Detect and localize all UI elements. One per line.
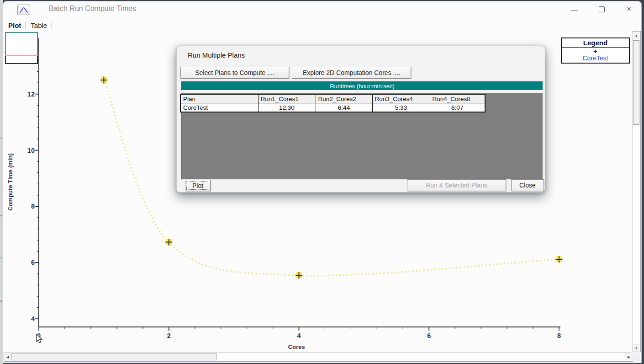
- minimize-button[interactable]: —: [566, 2, 582, 16]
- overview-lower-pane: [5, 56, 38, 64]
- tab-separator: [26, 21, 26, 29]
- x-tick-label: 6: [427, 332, 431, 339]
- scroll-right-button[interactable]: ▶: [625, 353, 633, 360]
- table-header-row: PlanRun1_Cores1Run2_Cores2Run3_Cores4Run…: [180, 94, 485, 103]
- explore-2d-cores-button[interactable]: Explore 2D Computation Cores ....: [292, 67, 411, 79]
- column-header[interactable]: Run4_Cores8: [430, 94, 485, 103]
- column-header[interactable]: Run1_Cores1: [258, 94, 316, 103]
- y-axis-title: Compute Time (min): [7, 153, 14, 210]
- plot-button[interactable]: Plot: [185, 180, 211, 191]
- left-arrow-icon: ◀: [6, 355, 9, 359]
- window-title: Batch Run Compute Times: [49, 5, 136, 13]
- column-header[interactable]: Plan: [180, 94, 258, 103]
- table-row[interactable]: CoreTest12:306:445:336:07: [180, 103, 485, 112]
- dialog-close-button[interactable]: Close: [511, 179, 544, 191]
- plot-overview-thumbnail[interactable]: [5, 32, 38, 64]
- legend-marker-glyph: +: [562, 48, 629, 54]
- tab-plot[interactable]: Plot: [5, 21, 24, 29]
- y-tick-label: 4: [31, 315, 35, 322]
- minimize-icon: —: [571, 5, 578, 13]
- column-header[interactable]: Run3_Cores4: [372, 94, 430, 103]
- mouse-cursor: [35, 334, 44, 344]
- close-icon: ×: [627, 5, 631, 14]
- y-tick-label: 8: [31, 203, 35, 210]
- legend-box: Legend + CoreTest: [561, 37, 630, 64]
- run-multiple-plans-dialog: Run Multiple Plans Select Plans to Compu…: [176, 46, 545, 193]
- close-button[interactable]: ×: [621, 2, 637, 16]
- screen: VELED Batch Run Compute Times — × Plot T…: [0, 0, 644, 364]
- horizontal-scrollbar[interactable]: ◀ ▶: [4, 353, 633, 362]
- x-tick-label: 2: [167, 332, 171, 339]
- maximize-icon: [599, 6, 605, 12]
- run-selected-plans-button[interactable]: Run 4 Selected Plans: [407, 179, 506, 191]
- x-tick-label: 8: [557, 332, 561, 339]
- y-tick-label: 12: [27, 91, 35, 98]
- runtimes-table[interactable]: PlanRun1_Cores1Run2_Cores2Run3_Cores4Run…: [180, 94, 486, 112]
- curve-icon: [19, 7, 28, 13]
- table-cell[interactable]: 12:30: [258, 103, 316, 112]
- column-header[interactable]: Run2_Cores2: [316, 94, 372, 103]
- table-cell[interactable]: 5:33: [372, 103, 430, 112]
- right-arrow-icon: ▶: [628, 355, 630, 359]
- scrollbar-corner: [633, 353, 640, 361]
- runtimes-header: Runtimes (hour:min:sec): [181, 81, 543, 91]
- vertical-scroll-thumb[interactable]: [633, 40, 639, 125]
- legend-series-label: CoreTest: [562, 54, 629, 63]
- y-tick-label: 6: [31, 259, 35, 266]
- table-cell[interactable]: 6:44: [316, 103, 372, 112]
- table-cell[interactable]: 6:07: [430, 103, 485, 112]
- maximize-button[interactable]: [594, 2, 609, 16]
- select-plans-button[interactable]: Select Plans to Compute ....: [180, 67, 289, 79]
- tab-separator: [52, 21, 52, 29]
- tab-table[interactable]: Table: [28, 21, 50, 29]
- up-arrow-icon: ▲: [635, 34, 638, 37]
- tab-bar: Plot Table: [5, 20, 54, 30]
- scroll-left-button[interactable]: ◀: [4, 353, 12, 360]
- table-cell[interactable]: CoreTest: [180, 103, 258, 112]
- scroll-down-button[interactable]: ▼: [633, 344, 639, 352]
- vertical-scrollbar[interactable]: ▲ ▼: [633, 31, 641, 352]
- app-icon: [17, 5, 30, 15]
- overview-upper-pane: [5, 32, 38, 55]
- legend-title: Legend: [562, 38, 629, 48]
- horizontal-scroll-thumb[interactable]: [12, 353, 216, 360]
- x-axis-title: Cores: [288, 343, 305, 350]
- y-tick-label: 10: [27, 147, 35, 154]
- x-tick-label: 4: [297, 332, 301, 339]
- scroll-up-button[interactable]: ▲: [633, 32, 639, 39]
- dialog-title: Run Multiple Plans: [188, 51, 245, 59]
- down-arrow-icon: ▼: [635, 347, 638, 350]
